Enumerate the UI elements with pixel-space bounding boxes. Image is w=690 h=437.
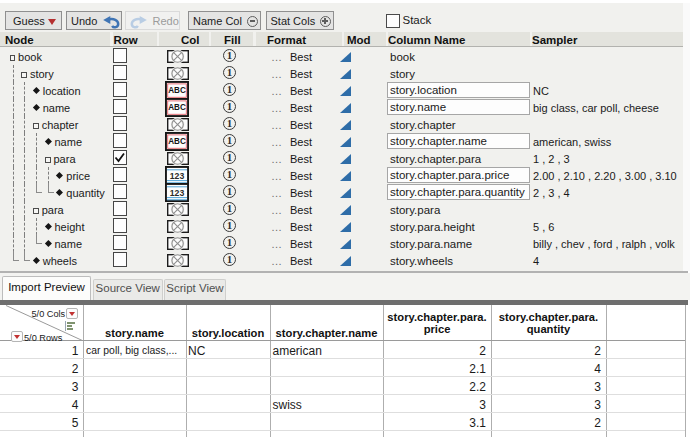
svg-text:123: 123 [169,187,184,197]
svg-text:ABC: ABC [168,85,186,95]
svg-text:ABC: ABC [168,136,186,146]
svg-text:123: 123 [169,170,184,180]
svg-text:ABC: ABC [168,102,186,112]
